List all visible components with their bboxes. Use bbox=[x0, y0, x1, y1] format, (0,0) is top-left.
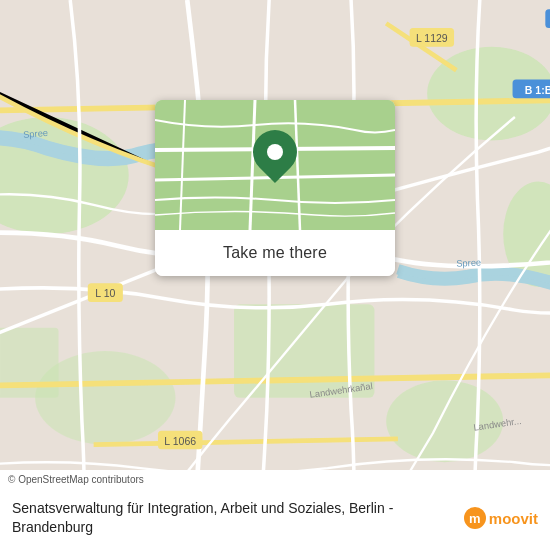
moovit-icon: m bbox=[464, 507, 486, 529]
svg-text:L 1129: L 1129 bbox=[416, 32, 448, 44]
moovit-logo: m moovit bbox=[464, 507, 538, 529]
svg-text:B 1:B 5: B 1:B 5 bbox=[525, 84, 550, 96]
bottom-bar: © OpenStreetMap contributors Senatsverwa… bbox=[0, 470, 550, 550]
svg-text:Spree: Spree bbox=[456, 258, 481, 269]
moovit-name: moovit bbox=[489, 510, 538, 527]
osm-attribution: © OpenStreetMap contributors bbox=[0, 470, 550, 489]
svg-rect-8 bbox=[545, 9, 550, 28]
svg-text:L 1066: L 1066 bbox=[164, 435, 196, 447]
location-text: Senatsverwaltung für Integration, Arbeit… bbox=[12, 499, 464, 538]
location-card: Take me there bbox=[155, 100, 395, 276]
svg-text:L 10: L 10 bbox=[95, 287, 115, 299]
svg-text:Spree: Spree bbox=[23, 128, 49, 140]
take-me-there-button[interactable]: Take me there bbox=[155, 230, 395, 276]
location-name: Senatsverwaltung für Integration, Arbeit… bbox=[12, 500, 393, 536]
location-info: Senatsverwaltung für Integration, Arbeit… bbox=[0, 489, 550, 550]
location-pin bbox=[253, 130, 297, 174]
map-container: B 96a L 1129 B 1:B 5 B 1 L 10 L 1066 L 1… bbox=[0, 0, 550, 550]
card-map-area bbox=[155, 100, 395, 230]
